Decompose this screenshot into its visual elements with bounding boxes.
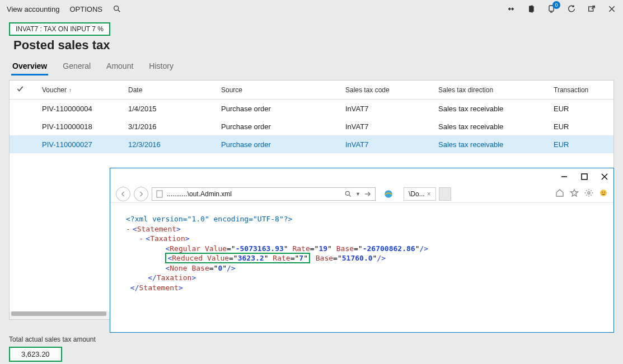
ie-titlebar	[110, 168, 613, 185]
svg-point-15	[345, 191, 349, 195]
gear-icon[interactable]	[584, 188, 593, 199]
svg-point-0	[114, 6, 119, 11]
svg-rect-11	[582, 174, 587, 179]
xml-body: <?xml version="1.0" encoding="UTF-8"?> -…	[110, 203, 613, 304]
forward-button[interactable]	[134, 187, 148, 201]
svg-rect-14	[157, 191, 162, 197]
svg-line-1	[118, 10, 120, 12]
sort-asc-icon: ↑	[69, 87, 72, 93]
new-tab-button[interactable]	[439, 187, 451, 201]
dropdown-icon[interactable]: ▼	[355, 191, 360, 197]
view-accounting-menu[interactable]: View accounting	[7, 5, 59, 13]
tab-general[interactable]: General	[62, 58, 92, 75]
svg-marker-3	[511, 7, 514, 10]
close-button[interactable]	[600, 172, 609, 181]
highlighted-reduced-element: <Reduced Value="3623.2" Rate="7"	[165, 253, 310, 263]
tab-overview[interactable]: Overview	[11, 58, 48, 75]
home-icon[interactable]	[555, 188, 564, 199]
svg-line-16	[349, 195, 351, 196]
table-row[interactable]: PIV-110000004 1/4/2015 Purchase order In…	[10, 100, 613, 117]
svg-point-21	[600, 190, 607, 196]
connector-icon[interactable]	[507, 4, 516, 13]
context-badge: INVAT7 : TAX ON INPUT 7 %	[9, 22, 110, 36]
file-icon	[156, 190, 163, 198]
close-icon[interactable]	[607, 4, 616, 13]
ie-logo-icon	[383, 189, 394, 199]
address-text: ...........\out.Admin.xml	[167, 190, 341, 198]
tab-amount[interactable]: Amount	[105, 58, 134, 75]
notification-badge: 0	[552, 1, 560, 9]
tab-history[interactable]: History	[148, 58, 175, 75]
col-header-voucher[interactable]: Voucher↑	[32, 86, 128, 94]
col-header-date[interactable]: Date	[128, 86, 221, 94]
notifications-icon[interactable]: 0	[547, 4, 556, 13]
col-header-source[interactable]: Source	[221, 86, 345, 94]
browser-tab[interactable]: \Do... ×	[404, 187, 436, 201]
total-section: Total actual sales tax amount 3,623.20	[9, 335, 96, 362]
maximize-button[interactable]	[580, 172, 589, 181]
tab-title: \Do...	[409, 190, 425, 198]
total-value: 3,623.20	[9, 347, 62, 362]
table-row[interactable]: PIV-110000018 3/1/2016 Purchase order In…	[10, 117, 613, 135]
back-button[interactable]	[116, 187, 130, 201]
ie-nav-toolbar: ...........\out.Admin.xml ▼ \Do... ×	[110, 185, 613, 203]
refresh-icon[interactable]	[567, 4, 576, 13]
app-toolbar: View accounting OPTIONS 0	[0, 0, 623, 18]
svg-point-20	[588, 192, 590, 194]
options-menu[interactable]: OPTIONS	[69, 5, 102, 13]
col-header-currency[interactable]: Transaction	[554, 86, 604, 94]
search-icon[interactable]	[344, 190, 352, 198]
total-label: Total actual sales tax amount	[9, 335, 96, 343]
svg-point-23	[604, 192, 605, 193]
col-header-code[interactable]: Sales tax code	[345, 86, 438, 94]
search-icon[interactable]	[113, 4, 121, 13]
select-all-checkbox[interactable]	[16, 85, 32, 94]
svg-marker-19	[570, 190, 578, 196]
tab-close-icon[interactable]: ×	[427, 190, 431, 198]
table-row[interactable]: PIV-110000027 12/3/2016 Purchase order I…	[10, 135, 613, 153]
page-title: Posted sales tax	[13, 38, 623, 53]
smiley-icon[interactable]	[599, 188, 608, 199]
col-header-direction[interactable]: Sales tax direction	[438, 86, 554, 94]
svg-marker-2	[508, 7, 511, 10]
grid-header: Voucher↑ Date Source Sales tax code Sale…	[10, 81, 613, 100]
minimize-button[interactable]	[560, 172, 569, 181]
address-bar[interactable]: ...........\out.Admin.xml ▼	[152, 187, 376, 201]
office-icon[interactable]	[527, 4, 536, 13]
popout-icon[interactable]	[587, 4, 596, 13]
favorites-icon[interactable]	[570, 188, 579, 199]
svg-point-22	[602, 192, 603, 193]
detail-tabs: Overview General Amount History	[11, 58, 623, 75]
svg-rect-6	[589, 7, 593, 11]
go-icon[interactable]	[364, 190, 372, 198]
ie-browser-window: ...........\out.Admin.xml ▼ \Do... × <?x…	[110, 168, 614, 333]
